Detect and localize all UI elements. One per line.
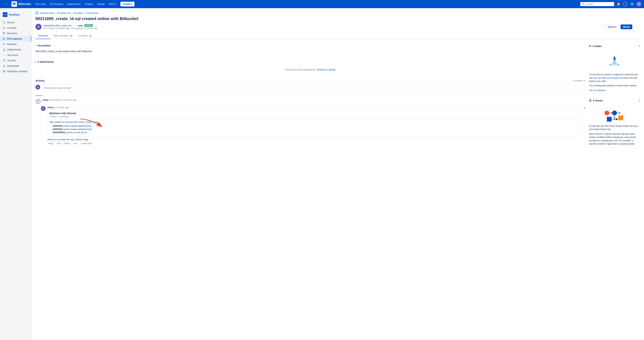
activity-filter[interactable]: All activity ▾ (573, 79, 585, 82)
builds-header[interactable]: ↻ 0 builds ▾ (589, 43, 640, 50)
nav-people[interactable]: People (96, 2, 106, 7)
attachments-header[interactable]: ▾ 0 attachments (36, 59, 585, 65)
action-create-task[interactable]: Create task (80, 142, 92, 145)
tab-files-changed[interactable]: Files changed 1 (51, 33, 75, 39)
breadcrumb-bytebase[interactable]: bytebase-demo (40, 12, 55, 14)
nav-repositories[interactable]: Repositories (66, 2, 82, 7)
pr-header: A Adela/08211600_create_t4s... → main OP… (36, 24, 640, 30)
search-input[interactable] (586, 3, 612, 6)
pipelines-link[interactable]: Bitbucket Pipelines (602, 77, 620, 79)
error-list: [ERROR] column.require-default (line2) [… (51, 125, 580, 134)
svg-line-2 (4, 22, 4, 23)
sidebar-label-pipelines: Pipelines (7, 43, 17, 46)
error-line-1-link[interactable]: line3 (86, 128, 91, 130)
activity-content: Adela commented 12 minutes ago (42, 99, 585, 102)
search-box[interactable]: 🔍 (580, 2, 614, 6)
svg-rect-20 (36, 12, 38, 14)
nav-projects[interactable]: Projects (83, 2, 95, 7)
comment-collapse-btn[interactable]: ▾ (584, 106, 585, 109)
activity-comment-header: Adela commented 12 minutes ago (42, 99, 585, 101)
checks-panel: ☰ 0 checks ▾ (589, 97, 640, 149)
svg-point-0 (3, 21, 4, 22)
breadcrumb-gitops-821[interactable]: bb-gitops-821 (58, 12, 71, 14)
pr-meta-top: Adela/08211600_create_t4s... → main OPEN (44, 24, 600, 27)
attachments-label: 0 attachments (38, 60, 54, 63)
nav-pull-requests[interactable]: Pull requests (48, 2, 65, 7)
settings-icon[interactable]: ⚙️ (630, 2, 634, 7)
pr-number: #5 (44, 27, 46, 30)
description-body: 08211600_create_t4.sql created online wi… (36, 49, 585, 55)
create-button[interactable]: Create ▾ (120, 2, 134, 7)
sql-review-link: SQL review for bytebase/08211600_create_… (50, 121, 580, 123)
sidebar-label-repo-settings: Repository settings (7, 70, 27, 73)
action-like[interactable]: Like (74, 142, 78, 145)
sidebar-repo[interactable]: < /> bb-gitops (0, 11, 31, 20)
commits-count: 1 (89, 35, 92, 37)
notifications-icon[interactable]: 🔔 (616, 2, 621, 7)
tab-overview[interactable]: Overview (36, 33, 51, 39)
breadcrumb-gitops[interactable]: bb-gitops (74, 12, 83, 14)
breadcrumb-icon (36, 12, 38, 14)
sidebar-item-downloads[interactable]: Downloads (0, 63, 31, 69)
attachments-empty: There aren't any attachments. Browse to … (36, 66, 585, 73)
warning-line-0-link[interactable]: line3 (82, 131, 86, 134)
nav-your-work[interactable]: Your work (34, 2, 47, 7)
sidebar-label-branches: Branches (7, 32, 17, 35)
comment-box-row: A Adela 12 minutes ago [Bytebase SQL Rev… (41, 106, 585, 145)
setup-pipeline-link[interactable]: Set up a pipeline (589, 89, 606, 92)
svg-rect-40 (607, 117, 612, 122)
merge-button[interactable]: Merge (620, 25, 632, 29)
tab-commits[interactable]: Commits 1 (76, 33, 94, 39)
sql-review-file-link[interactable]: bytebase/08211600_create_t4.sql (64, 121, 98, 123)
comment-footer: Click here to check the SQL review confi… (47, 138, 582, 141)
footer-link[interactable]: here (53, 138, 57, 141)
checks-count: 0 checks (593, 99, 603, 102)
sidebar-item-commits[interactable]: Commits (0, 25, 31, 31)
footer-prefix: Click (47, 138, 52, 141)
comment-actions: Reply · Edit · Delete · Like · Create ta… (47, 142, 582, 145)
sidebar-item-pull-requests[interactable]: Pull requests (0, 36, 31, 42)
grid-icon[interactable]: ⋮⋮ (3, 2, 9, 6)
action-edit[interactable]: Edit (57, 142, 60, 145)
pr-branch-from: Adela/08211600_create_t4s... (44, 24, 73, 27)
checks-header[interactable]: ☰ 0 checks ▾ (589, 97, 640, 104)
svg-rect-29 (610, 64, 612, 65)
commits-icon (3, 27, 6, 29)
logo[interactable]: Bitbucket (12, 1, 31, 7)
nav-more[interactable]: More ▾ (107, 2, 118, 7)
comment-input[interactable]: What do you want to say? (42, 85, 585, 91)
attachments-upload-link[interactable]: Browse to upload (317, 68, 336, 71)
sidebar-item-pipelines[interactable]: Pipelines (0, 42, 31, 47)
action-reply[interactable]: Reply (48, 142, 54, 145)
sidebar-item-deployments[interactable]: Deployments (0, 47, 31, 52)
user-avatar[interactable]: A (636, 2, 641, 7)
description-header[interactable]: ▾ Description (36, 43, 585, 49)
top-nav: ⋮⋮ Bitbucket Your work Pull requests Rep… (0, 0, 644, 8)
sidebar-item-jira[interactable]: Jira issues (0, 52, 31, 58)
svg-rect-14 (4, 44, 5, 45)
sidebar-item-branches[interactable]: Branches (0, 31, 31, 36)
breadcrumb-pull-requests[interactable]: Pull requests (86, 12, 98, 14)
more-button[interactable]: ··· (634, 24, 640, 30)
help-icon[interactable]: ? (623, 2, 628, 7)
svg-point-11 (4, 38, 5, 38)
sidebar-item-source[interactable]: Source (0, 20, 31, 25)
downloads-icon (3, 65, 6, 67)
content-side: ↻ 0 builds ▾ (589, 43, 640, 152)
sidebar-label-jira: Jira issues (7, 54, 18, 56)
comment-box-meta: Adela 12 minutes ago (47, 106, 582, 109)
sidebar-item-security[interactable]: Security (0, 58, 31, 63)
pr-created: Created 12 minutes ago (48, 27, 69, 30)
builds-chevron: ▾ (639, 45, 640, 47)
footer-suffix: to check the SQL review config (58, 138, 88, 141)
approve-button[interactable]: ✓ Approve (602, 24, 619, 30)
pr-title: 08211600_create_t4.sql created online wi… (36, 16, 640, 21)
error-line-0-link[interactable]: line2 (86, 125, 91, 127)
comment-subtitle: 2 errors, 1 warnings (50, 115, 580, 118)
activity-title: Activity (36, 79, 44, 82)
attachments-body: There aren't any attachments. Browse to … (36, 65, 585, 76)
sidebar-label-security: Security (7, 59, 16, 62)
comment-author-avatar: A (36, 85, 40, 89)
action-delete[interactable]: Delete (64, 142, 70, 145)
sidebar-item-repo-settings[interactable]: Repository settings (0, 69, 31, 74)
